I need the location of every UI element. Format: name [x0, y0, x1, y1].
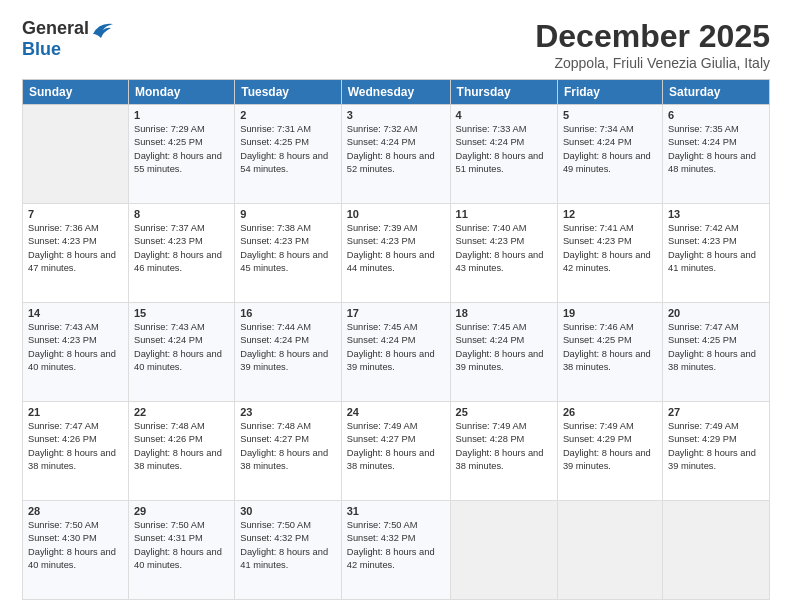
calendar-cell: 5Sunrise: 7:34 AMSunset: 4:24 PMDaylight… [557, 105, 662, 204]
cell-info: Sunrise: 7:29 AMSunset: 4:25 PMDaylight:… [134, 124, 222, 174]
calendar-cell: 26Sunrise: 7:49 AMSunset: 4:29 PMDayligh… [557, 402, 662, 501]
title-area: December 2025 Zoppola, Friuli Venezia Gi… [535, 18, 770, 71]
cell-info: Sunrise: 7:45 AMSunset: 4:24 PMDaylight:… [456, 322, 544, 372]
calendar-cell: 23Sunrise: 7:48 AMSunset: 4:27 PMDayligh… [235, 402, 342, 501]
day-number: 8 [134, 208, 229, 220]
cell-info: Sunrise: 7:42 AMSunset: 4:23 PMDaylight:… [668, 223, 756, 273]
calendar-cell [557, 501, 662, 600]
cell-info: Sunrise: 7:46 AMSunset: 4:25 PMDaylight:… [563, 322, 651, 372]
day-number: 12 [563, 208, 657, 220]
calendar-cell: 2Sunrise: 7:31 AMSunset: 4:25 PMDaylight… [235, 105, 342, 204]
header: General Blue December 2025 Zoppola, Friu… [22, 18, 770, 71]
calendar-cell: 14Sunrise: 7:43 AMSunset: 4:23 PMDayligh… [23, 303, 129, 402]
calendar-cell: 9Sunrise: 7:38 AMSunset: 4:23 PMDaylight… [235, 204, 342, 303]
calendar-week-row: 14Sunrise: 7:43 AMSunset: 4:23 PMDayligh… [23, 303, 770, 402]
calendar-cell: 22Sunrise: 7:48 AMSunset: 4:26 PMDayligh… [128, 402, 234, 501]
cell-info: Sunrise: 7:41 AMSunset: 4:23 PMDaylight:… [563, 223, 651, 273]
calendar-cell: 1Sunrise: 7:29 AMSunset: 4:25 PMDaylight… [128, 105, 234, 204]
day-number: 15 [134, 307, 229, 319]
page: General Blue December 2025 Zoppola, Friu… [0, 0, 792, 612]
cell-info: Sunrise: 7:31 AMSunset: 4:25 PMDaylight:… [240, 124, 328, 174]
calendar-cell: 12Sunrise: 7:41 AMSunset: 4:23 PMDayligh… [557, 204, 662, 303]
calendar-cell: 4Sunrise: 7:33 AMSunset: 4:24 PMDaylight… [450, 105, 557, 204]
location-subtitle: Zoppola, Friuli Venezia Giulia, Italy [535, 55, 770, 71]
day-number: 23 [240, 406, 336, 418]
col-sunday: Sunday [23, 80, 129, 105]
day-number: 27 [668, 406, 764, 418]
calendar-cell [450, 501, 557, 600]
day-number: 14 [28, 307, 123, 319]
cell-info: Sunrise: 7:32 AMSunset: 4:24 PMDaylight:… [347, 124, 435, 174]
col-friday: Friday [557, 80, 662, 105]
day-number: 10 [347, 208, 445, 220]
cell-info: Sunrise: 7:49 AMSunset: 4:29 PMDaylight:… [668, 421, 756, 471]
calendar-cell: 18Sunrise: 7:45 AMSunset: 4:24 PMDayligh… [450, 303, 557, 402]
calendar-cell: 25Sunrise: 7:49 AMSunset: 4:28 PMDayligh… [450, 402, 557, 501]
cell-info: Sunrise: 7:49 AMSunset: 4:27 PMDaylight:… [347, 421, 435, 471]
calendar-cell: 20Sunrise: 7:47 AMSunset: 4:25 PMDayligh… [662, 303, 769, 402]
calendar-week-row: 1Sunrise: 7:29 AMSunset: 4:25 PMDaylight… [23, 105, 770, 204]
day-number: 31 [347, 505, 445, 517]
calendar-cell: 15Sunrise: 7:43 AMSunset: 4:24 PMDayligh… [128, 303, 234, 402]
day-number: 1 [134, 109, 229, 121]
calendar-cell [23, 105, 129, 204]
cell-info: Sunrise: 7:36 AMSunset: 4:23 PMDaylight:… [28, 223, 116, 273]
cell-info: Sunrise: 7:45 AMSunset: 4:24 PMDaylight:… [347, 322, 435, 372]
col-saturday: Saturday [662, 80, 769, 105]
col-tuesday: Tuesday [235, 80, 342, 105]
calendar-table: Sunday Monday Tuesday Wednesday Thursday… [22, 79, 770, 600]
calendar-cell: 6Sunrise: 7:35 AMSunset: 4:24 PMDaylight… [662, 105, 769, 204]
calendar-cell: 21Sunrise: 7:47 AMSunset: 4:26 PMDayligh… [23, 402, 129, 501]
calendar-cell: 29Sunrise: 7:50 AMSunset: 4:31 PMDayligh… [128, 501, 234, 600]
month-title: December 2025 [535, 18, 770, 55]
cell-info: Sunrise: 7:49 AMSunset: 4:29 PMDaylight:… [563, 421, 651, 471]
logo-bird-icon [91, 20, 113, 38]
cell-info: Sunrise: 7:48 AMSunset: 4:26 PMDaylight:… [134, 421, 222, 471]
calendar-cell: 10Sunrise: 7:39 AMSunset: 4:23 PMDayligh… [341, 204, 450, 303]
calendar-cell: 16Sunrise: 7:44 AMSunset: 4:24 PMDayligh… [235, 303, 342, 402]
calendar-cell: 24Sunrise: 7:49 AMSunset: 4:27 PMDayligh… [341, 402, 450, 501]
cell-info: Sunrise: 7:44 AMSunset: 4:24 PMDaylight:… [240, 322, 328, 372]
calendar-cell: 13Sunrise: 7:42 AMSunset: 4:23 PMDayligh… [662, 204, 769, 303]
cell-info: Sunrise: 7:50 AMSunset: 4:31 PMDaylight:… [134, 520, 222, 570]
col-thursday: Thursday [450, 80, 557, 105]
calendar-cell [662, 501, 769, 600]
day-number: 28 [28, 505, 123, 517]
cell-info: Sunrise: 7:50 AMSunset: 4:32 PMDaylight:… [347, 520, 435, 570]
cell-info: Sunrise: 7:47 AMSunset: 4:26 PMDaylight:… [28, 421, 116, 471]
day-number: 26 [563, 406, 657, 418]
day-number: 2 [240, 109, 336, 121]
day-number: 6 [668, 109, 764, 121]
day-number: 9 [240, 208, 336, 220]
day-number: 13 [668, 208, 764, 220]
cell-info: Sunrise: 7:48 AMSunset: 4:27 PMDaylight:… [240, 421, 328, 471]
day-number: 18 [456, 307, 552, 319]
cell-info: Sunrise: 7:33 AMSunset: 4:24 PMDaylight:… [456, 124, 544, 174]
logo-general-text: General [22, 18, 89, 39]
cell-info: Sunrise: 7:43 AMSunset: 4:23 PMDaylight:… [28, 322, 116, 372]
calendar-cell: 28Sunrise: 7:50 AMSunset: 4:30 PMDayligh… [23, 501, 129, 600]
col-wednesday: Wednesday [341, 80, 450, 105]
logo: General Blue [22, 18, 113, 60]
cell-info: Sunrise: 7:40 AMSunset: 4:23 PMDaylight:… [456, 223, 544, 273]
day-number: 30 [240, 505, 336, 517]
calendar-week-row: 21Sunrise: 7:47 AMSunset: 4:26 PMDayligh… [23, 402, 770, 501]
cell-info: Sunrise: 7:47 AMSunset: 4:25 PMDaylight:… [668, 322, 756, 372]
col-monday: Monday [128, 80, 234, 105]
day-number: 7 [28, 208, 123, 220]
cell-info: Sunrise: 7:34 AMSunset: 4:24 PMDaylight:… [563, 124, 651, 174]
cell-info: Sunrise: 7:35 AMSunset: 4:24 PMDaylight:… [668, 124, 756, 174]
day-number: 29 [134, 505, 229, 517]
calendar-cell: 11Sunrise: 7:40 AMSunset: 4:23 PMDayligh… [450, 204, 557, 303]
calendar-week-row: 7Sunrise: 7:36 AMSunset: 4:23 PMDaylight… [23, 204, 770, 303]
day-number: 20 [668, 307, 764, 319]
day-number: 19 [563, 307, 657, 319]
day-number: 16 [240, 307, 336, 319]
calendar-header-row: Sunday Monday Tuesday Wednesday Thursday… [23, 80, 770, 105]
logo-blue-text: Blue [22, 39, 61, 59]
calendar-cell: 8Sunrise: 7:37 AMSunset: 4:23 PMDaylight… [128, 204, 234, 303]
day-number: 4 [456, 109, 552, 121]
day-number: 3 [347, 109, 445, 121]
cell-info: Sunrise: 7:38 AMSunset: 4:23 PMDaylight:… [240, 223, 328, 273]
cell-info: Sunrise: 7:39 AMSunset: 4:23 PMDaylight:… [347, 223, 435, 273]
